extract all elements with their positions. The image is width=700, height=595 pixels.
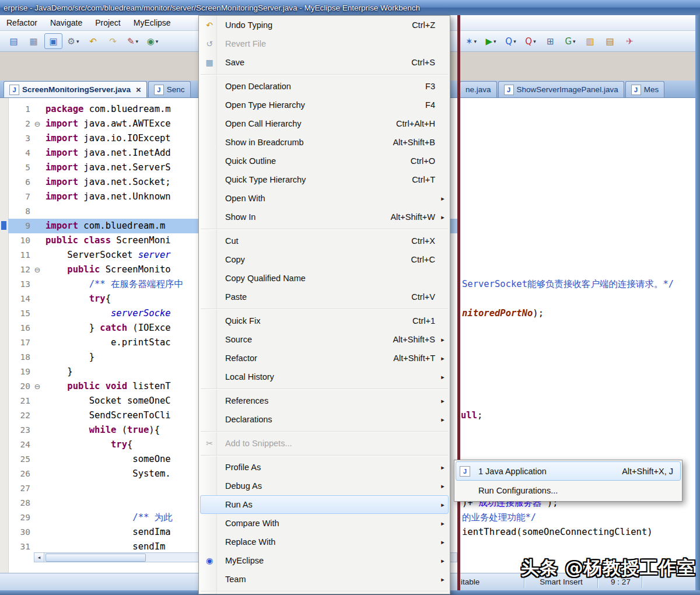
folder-icon[interactable]: ▤ [601,33,619,49]
line-number: 12 [8,262,33,277]
menu-item-team[interactable]: Team▸ [200,570,449,589]
redo-icon[interactable]: ↷ [104,33,122,49]
bookmark-icon-glyph: ✎ [127,36,135,47]
menu-item-open-declaration[interactable]: Open DeclarationF3 [200,77,449,96]
scroll-left-icon[interactable]: ◂ [34,553,44,562]
bookmark-icon[interactable]: ✎▾ [124,33,142,49]
new-wizard-icon[interactable]: ✶▾ [462,33,480,49]
fold-spacer [33,467,42,481]
line-number: 16 [8,321,33,335]
submenu-item-label: Run Configurations... [474,486,558,495]
workspace-icon[interactable]: ▤ [5,33,23,49]
menu-item-label: Debug As [218,481,262,491]
menu-item-label: Team [218,575,246,584]
table-icon[interactable]: ⊞ [541,33,559,49]
submenu-arrow-icon: ▸ [438,520,448,527]
menu-item-compare-with[interactable]: Compare With▸ [200,514,449,533]
menu-item-show-in[interactable]: Show InAlt+Shift+W▸ [200,208,449,226]
menu-item-profile-as[interactable]: Profile As▸ [200,458,449,477]
menu-item-myeclipse[interactable]: ◉MyEclipse▸ [200,551,449,570]
line-number: 19 [8,365,33,379]
menubar-item-refactor[interactable]: Refactor [0,15,44,30]
java-file-icon: J [631,85,641,95]
run-icon[interactable]: ▶▾ [482,33,500,49]
menu-item-copy[interactable]: CopyCtrl+C [200,250,449,269]
menu-item-local-history[interactable]: Local History▸ [200,368,449,386]
menubar-item-project[interactable]: Project [89,15,127,30]
fold-spacer [33,481,42,496]
fold-spacer [33,160,42,175]
menu-item-paste[interactable]: PasteCtrl+V [200,288,449,306]
line-number: 9 [8,219,33,233]
line-number: 25 [8,452,33,467]
menu-item-source[interactable]: SourceAlt+Shift+S▸ [200,330,449,349]
menu-item-quick-type-hierarchy[interactable]: Quick Type HierarchyCtrl+T [200,170,449,189]
menu-item-replace-with[interactable]: Replace With▸ [200,533,449,551]
scrollbar-thumb[interactable] [46,554,146,562]
menu-item-references[interactable]: References▸ [200,391,449,410]
line-number: 20 [8,379,33,394]
fold-spacer [33,306,42,321]
menu-item-label: Open Type Hierarchy [218,100,305,110]
save-icon[interactable]: ▦ [24,33,43,49]
save-icon: ▦ [201,58,218,67]
line-number: 6 [8,175,33,190]
tab-showserverimagepanel-java[interactable]: JShowServerImagePanel.java [498,81,624,97]
toolbar-right-group: ✶▾▶▾Q▾Q▾⊞G▾▥▤✈ [462,33,639,49]
dropdown-arrow-icon: ▾ [76,38,79,44]
java-search-icon[interactable]: Q▾ [522,33,540,49]
submenu-item-1-java-application[interactable]: J1 Java ApplicationAlt+Shift+X, J [456,461,681,481]
menu-item-save[interactable]: ▦SaveCtrl+S [200,53,449,72]
submenu-item-run-configurations[interactable]: Run Configurations... [456,481,681,500]
menu-item-add-to-snippets[interactable]: ✂Add to Snippets... [200,434,449,453]
menu-item-declarations[interactable]: Declarations▸ [200,410,449,429]
menu-item-label: Run As [218,500,253,509]
title-bar[interactable]: erprise - JavaDemo/src/com/bluedream/mon… [0,0,700,15]
menu-item-label: Refactor [218,354,257,363]
menu-item-show-in-breadcrumb[interactable]: Show in BreadcrumbAlt+Shift+B [200,133,449,152]
menu-item-debug-as[interactable]: Debug As▸ [200,477,449,495]
menu-item-open-type-hierarchy[interactable]: Open Type HierarchyF4 [200,96,449,114]
menu-item-preferences[interactable]: Preferences... [200,594,449,594]
menubar-item-myeclipse[interactable]: MyEclipse [127,15,177,30]
menu-item-revert-file[interactable]: ↺Revert File [200,34,449,53]
tab-senc[interactable]: JSenc [148,81,191,97]
tab-screenmonitoringserver-java[interactable]: JScreenMonitoringServer.java× [4,81,147,97]
menu-item-label: MyEclipse [218,556,264,565]
menu-item-run-as[interactable]: Run As▸ [200,495,449,514]
menu-separator [201,386,448,391]
menubar-item-navigate[interactable]: Navigate [44,15,89,30]
menu-item-quick-fix[interactable]: Quick FixCtrl+1 [200,312,449,330]
tab-ne-java[interactable]: ne.java [460,81,497,97]
close-icon[interactable]: × [136,85,141,94]
browser-icon[interactable]: ◉▾ [144,33,162,49]
menu-item-quick-outline[interactable]: Quick OutlineCtrl+O [200,152,449,170]
undo-icon[interactable]: ↶ [84,33,102,49]
tab-label: ShowServerImagePanel.java [517,85,618,94]
selected-tool-icon-glyph: ▣ [49,36,57,47]
menu-item-cut[interactable]: CutCtrl+X [200,232,449,250]
menu-item-undo-typing[interactable]: ↶Undo TypingCtrl+Z [200,16,449,34]
menu-item-label: Replace With [218,537,275,547]
build-icon[interactable]: ⚙▾ [64,33,82,49]
save-icon-glyph: ▦ [29,36,37,47]
submenu-item-label: 1 Java Application [474,467,547,476]
menu-shortcut: Ctrl+V [411,292,438,302]
selected-tool-icon[interactable]: ▣ [44,33,62,49]
deploy-icon[interactable]: ✈ [621,33,639,49]
open-type-icon[interactable]: ▥ [581,33,599,49]
run-icon-glyph: ▶ [485,36,492,47]
fold-spacer [33,394,42,408]
sync-icon[interactable]: G▾ [561,33,579,49]
menu-shortcut: Alt+Shift+T [393,354,438,363]
line-number: 28 [8,496,33,510]
annotation-ruler[interactable] [0,98,9,573]
menu-item-copy-qualified-name[interactable]: Copy Qualified Name [200,269,449,288]
menu-item-label: Copy [218,255,245,264]
menu-item-refactor[interactable]: RefactorAlt+Shift+T▸ [200,349,449,368]
tab-mes[interactable]: JMes [625,81,665,97]
menu-item-open-with[interactable]: Open With▸ [200,189,449,208]
menu-item-open-call-hierarchy[interactable]: Open Call HierarchyCtrl+Alt+H [200,114,449,133]
java-file-icon: J [9,85,19,95]
search-icon[interactable]: Q▾ [502,33,520,49]
